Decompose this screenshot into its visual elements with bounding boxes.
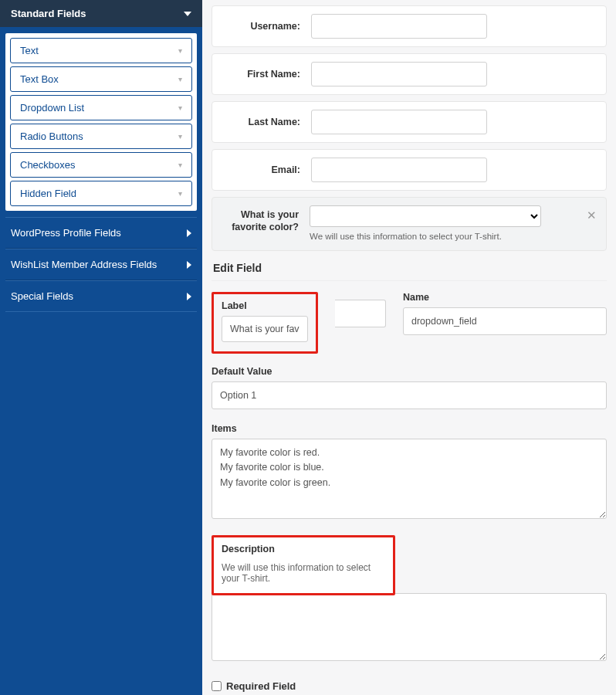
block-default: Default Value bbox=[212, 366, 607, 409]
accordion-standard-fields[interactable]: Standard Fields bbox=[0, 0, 202, 27]
field-item-text[interactable]: Text ▾ bbox=[10, 38, 192, 63]
label-firstname: First Name: bbox=[225, 69, 311, 80]
textarea-description[interactable] bbox=[212, 593, 607, 661]
accordion-body: Text ▾ Text Box ▾ Dropdown List ▾ Radio … bbox=[5, 33, 197, 211]
label-username: Username: bbox=[225, 21, 311, 32]
section-wordpress-profile[interactable]: WordPress Profile Fields bbox=[5, 217, 197, 249]
label-label: Label bbox=[222, 300, 308, 311]
field-item-label: Dropdown List bbox=[20, 102, 84, 114]
input-label-overflow[interactable] bbox=[335, 300, 386, 327]
label-name: Name bbox=[403, 292, 607, 303]
input-name[interactable] bbox=[403, 307, 607, 335]
input-default[interactable] bbox=[212, 381, 607, 409]
caret-down-icon: ▾ bbox=[178, 132, 182, 141]
field-item-label: Hidden Field bbox=[20, 188, 76, 199]
col-name: Name bbox=[403, 292, 607, 354]
main-panel: Username: First Name: Last Name: Email: … bbox=[202, 0, 616, 695]
row-username: Username: bbox=[212, 5, 607, 47]
chevron-right-icon bbox=[187, 229, 191, 237]
caret-down-icon: ▾ bbox=[178, 103, 182, 112]
input-label[interactable] bbox=[222, 316, 308, 342]
field-item-checkboxes[interactable]: Checkboxes ▾ bbox=[10, 152, 192, 178]
input-firstname[interactable] bbox=[311, 62, 487, 86]
label-required: Required Field bbox=[226, 680, 296, 692]
field-item-radio[interactable]: Radio Buttons ▾ bbox=[10, 124, 192, 149]
caret-down-icon: ▾ bbox=[178, 189, 182, 198]
input-email[interactable] bbox=[311, 158, 487, 182]
textarea-items[interactable] bbox=[212, 439, 607, 519]
label-description: Description bbox=[222, 544, 385, 554]
highlight-label: Label bbox=[212, 292, 318, 354]
row-required: Required Field bbox=[212, 677, 607, 695]
select-favorite-color[interactable] bbox=[310, 205, 541, 227]
row-lastname: Last Name: bbox=[212, 101, 607, 143]
field-item-hidden[interactable]: Hidden Field ▾ bbox=[10, 181, 192, 206]
field-item-label: Radio Buttons bbox=[20, 131, 83, 142]
chevron-right-icon bbox=[187, 261, 191, 269]
field-item-dropdown[interactable]: Dropdown List ▾ bbox=[10, 95, 192, 120]
help-text: We will use this information to select y… bbox=[310, 232, 595, 241]
caret-down-icon: ▾ bbox=[178, 75, 182, 83]
field-item-label: Text bbox=[20, 45, 39, 56]
label-items: Items bbox=[212, 423, 607, 434]
field-item-label: Text Box bbox=[20, 73, 59, 85]
section-special-fields[interactable]: Special Fields bbox=[5, 280, 197, 312]
field-item-textbox[interactable]: Text Box ▾ bbox=[10, 66, 192, 92]
input-username[interactable] bbox=[311, 14, 487, 39]
input-lastname[interactable] bbox=[311, 110, 487, 134]
label-question: What is your favorite color? bbox=[223, 205, 310, 234]
label-email: Email: bbox=[225, 164, 311, 175]
row-firstname: First Name: bbox=[212, 53, 607, 95]
accordion-title: Standard Fields bbox=[11, 8, 86, 19]
chevron-down-icon bbox=[184, 12, 191, 16]
field-item-label: Checkboxes bbox=[20, 159, 76, 171]
chevron-right-icon bbox=[187, 293, 191, 300]
row-custom-question: What is your favorite color? We will use… bbox=[212, 197, 607, 251]
label-lastname: Last Name: bbox=[225, 117, 311, 127]
sidebar: Standard Fields Text ▾ Text Box ▾ Dropdo… bbox=[0, 0, 202, 695]
row-email: Email: bbox=[212, 149, 607, 191]
caret-down-icon: ▾ bbox=[178, 161, 182, 169]
remove-field-icon[interactable]: ✕ bbox=[587, 208, 597, 222]
section-label: WordPress Profile Fields bbox=[11, 227, 121, 239]
label-default: Default Value bbox=[212, 366, 607, 377]
section-label: WishList Member Address Fields bbox=[11, 259, 157, 270]
section-label: Special Fields bbox=[11, 290, 73, 302]
caret-down-icon: ▾ bbox=[178, 46, 182, 55]
block-items: Items bbox=[212, 423, 607, 521]
checkbox-required[interactable] bbox=[212, 681, 222, 691]
block-description: Description We will use this information… bbox=[212, 535, 607, 663]
section-wishlist-address[interactable]: WishList Member Address Fields bbox=[5, 249, 197, 280]
desc-preview: We will use this information to select y… bbox=[222, 559, 385, 584]
edit-field-title: Edit Field bbox=[212, 251, 607, 281]
